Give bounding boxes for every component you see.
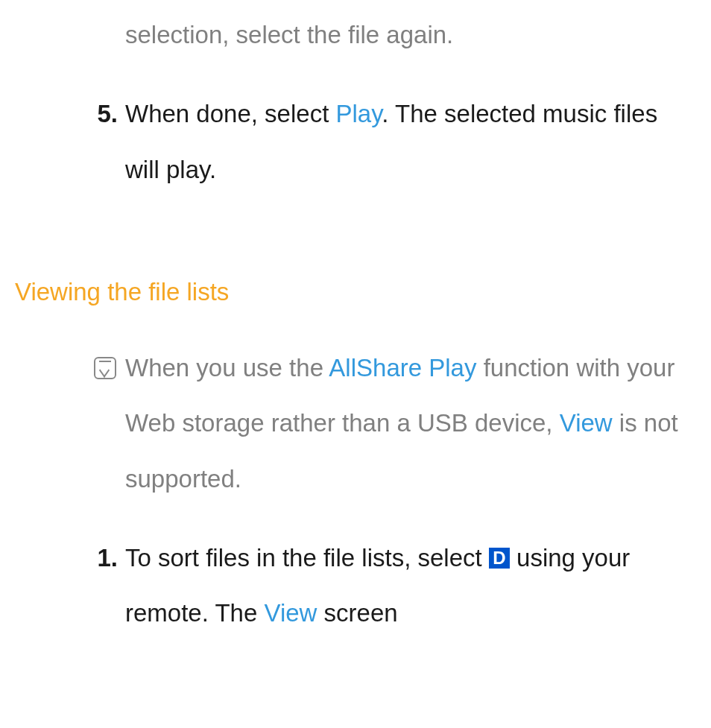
step1-t1: To sort files in the file lists, select [125, 544, 489, 572]
d-button-icon: D [489, 548, 510, 569]
allshare-keyword: AllShare Play [329, 354, 476, 382]
note-icon [94, 357, 116, 379]
step5-before: When done, select [125, 100, 336, 127]
step-5-text: When done, select Play. The selected mus… [125, 86, 696, 197]
step-1-text: To sort files in the file lists, select … [125, 531, 696, 642]
view-keyword-1: View [560, 409, 613, 437]
note-t1: When you use the [125, 354, 329, 382]
play-keyword: Play [336, 100, 382, 127]
section-heading: Viewing the file lists [15, 265, 696, 320]
step-1-number: 1. [80, 531, 125, 642]
view-keyword-2: View [264, 599, 317, 627]
note-icon-wrap [80, 341, 125, 507]
step1-t3: screen [317, 599, 397, 627]
step-1: 1. To sort files in the file lists, sele… [15, 531, 696, 642]
note-block: When you use the AllShare Play function … [15, 341, 696, 507]
fragment-text: selection, select the file again. [125, 21, 453, 48]
note-text: When you use the AllShare Play function … [125, 341, 696, 507]
document-content: selection, select the file again. 5. Whe… [0, 0, 711, 641]
step-5-number: 5. [80, 86, 125, 197]
previous-step-fragment: selection, select the file again. [15, 7, 696, 63]
step-5: 5. When done, select Play. The selected … [15, 86, 696, 197]
